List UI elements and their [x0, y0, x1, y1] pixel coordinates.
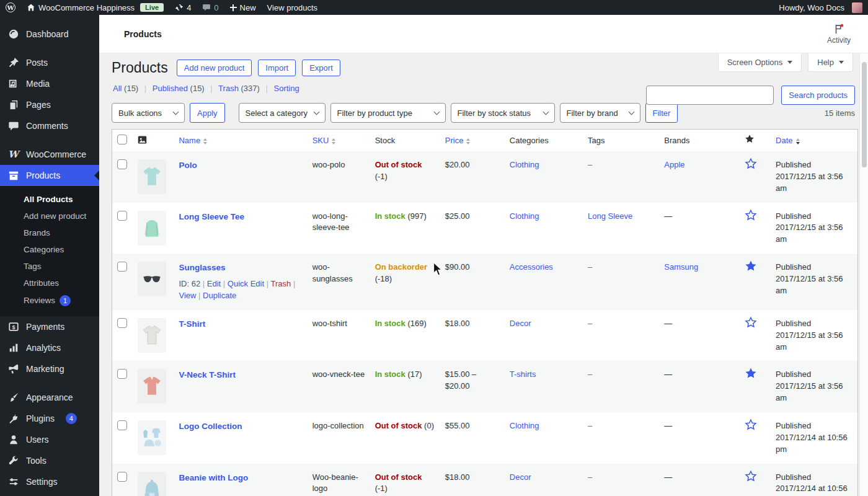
- category-link[interactable]: Clothing: [510, 421, 539, 430]
- category-filter-select[interactable]: Select a category: [239, 103, 326, 123]
- stock-status-filter-select[interactable]: Filter by stock status: [451, 103, 555, 123]
- import-button[interactable]: Import: [258, 60, 296, 76]
- new-menu[interactable]: New: [224, 0, 262, 15]
- sidebar-item-plugins[interactable]: Plugins 4: [0, 408, 99, 429]
- search-products-button[interactable]: Search products: [781, 86, 855, 105]
- view-sorting-link[interactable]: Sorting: [273, 84, 299, 93]
- product-type-filter-select[interactable]: Filter by product type: [330, 103, 446, 123]
- product-name-link[interactable]: T-Shirt: [179, 319, 205, 329]
- star-outline-icon[interactable]: [745, 157, 757, 170]
- view-published-link[interactable]: Published: [153, 84, 188, 93]
- product-thumbnail[interactable]: [138, 262, 166, 296]
- product-name-link[interactable]: Long Sleeve Tee: [179, 212, 244, 221]
- column-header-date[interactable]: Date: [771, 130, 857, 152]
- sidebar-item-settings[interactable]: Settings: [0, 471, 99, 492]
- submenu-brands[interactable]: Brands: [0, 224, 99, 241]
- product-thumbnail[interactable]: [138, 369, 166, 404]
- sidebar-item-analytics[interactable]: Analytics: [0, 337, 99, 358]
- row-checkbox[interactable]: [117, 159, 127, 169]
- product-thumbnail[interactable]: [138, 318, 166, 353]
- help-tab[interactable]: Help: [808, 53, 853, 72]
- comments-menu[interactable]: 0: [197, 0, 224, 15]
- submenu-add-new-product[interactable]: Add new product: [0, 208, 99, 224]
- row-checkbox[interactable]: [117, 262, 127, 272]
- site-name-menu[interactable]: WooCommerce Happiness Live: [21, 0, 169, 15]
- product-thumbnail[interactable]: [138, 472, 166, 496]
- product-thumbnail[interactable]: [138, 420, 166, 455]
- bulk-actions-select[interactable]: Bulk actions: [112, 103, 185, 123]
- sidebar-item-marketing[interactable]: Marketing: [0, 358, 99, 379]
- row-checkbox[interactable]: [117, 472, 127, 482]
- category-link[interactable]: Accessories: [510, 262, 553, 272]
- view-products-menu[interactable]: View products: [262, 0, 323, 15]
- view-action[interactable]: View: [179, 291, 196, 300]
- sidebar-item-payments[interactable]: $ Payments: [0, 316, 99, 337]
- sidebar-item-products[interactable]: Products: [0, 165, 99, 186]
- tag-link[interactable]: Long Sleeve: [588, 211, 632, 221]
- howdy-account-menu[interactable]: Howdy, Woo Docs: [773, 0, 868, 15]
- column-header-name[interactable]: Name: [174, 130, 307, 152]
- screen-options-tab[interactable]: Screen Options: [718, 53, 802, 72]
- row-checkbox[interactable]: [117, 369, 127, 379]
- category-link[interactable]: Clothing: [510, 160, 539, 169]
- submenu-categories[interactable]: Categories: [0, 241, 99, 258]
- brand-link[interactable]: Samsung: [664, 262, 698, 272]
- table-row: Logo Collection logo-collection Out of s…: [112, 412, 858, 464]
- brand-filter-select[interactable]: Filter by brand: [560, 103, 640, 123]
- duplicate-action[interactable]: Duplicate: [203, 291, 236, 300]
- product-name-link[interactable]: Beanie with Logo: [179, 473, 248, 482]
- sidebar-item-dashboard[interactable]: Dashboard: [0, 24, 99, 45]
- column-header-sku[interactable]: SKU: [308, 130, 370, 152]
- sidebar-item-woocommerce[interactable]: W WooCommerce: [0, 144, 99, 165]
- brand-link[interactable]: Apple: [664, 160, 684, 169]
- select-all-checkbox[interactable]: [117, 135, 127, 144]
- sidebar-item-users[interactable]: Users: [0, 429, 99, 450]
- view-trash-link[interactable]: Trash: [218, 84, 239, 93]
- submenu-reviews[interactable]: Reviews1: [0, 291, 99, 310]
- category-link[interactable]: T-shirts: [510, 370, 536, 379]
- trash-action[interactable]: Trash: [271, 279, 291, 288]
- category-link[interactable]: Decor: [510, 472, 531, 482]
- star-outline-icon[interactable]: [745, 316, 757, 329]
- sidebar-item-comments[interactable]: Comments: [0, 115, 99, 136]
- star-outline-icon[interactable]: [745, 470, 757, 482]
- product-name-link[interactable]: Polo: [179, 161, 197, 170]
- quick-edit-action[interactable]: Quick Edit: [228, 279, 264, 288]
- edit-action[interactable]: Edit: [207, 279, 221, 288]
- row-checkbox[interactable]: [117, 318, 127, 328]
- sidebar-item-tools[interactable]: Tools: [0, 450, 99, 471]
- scrollbar-thumb[interactable]: [862, 62, 867, 167]
- sidebar-item-media[interactable]: Media: [0, 73, 99, 94]
- star-filled-icon[interactable]: [745, 367, 757, 379]
- product-name-link[interactable]: Logo Collection: [179, 422, 242, 431]
- category-link[interactable]: Decor: [510, 319, 531, 328]
- vertical-scrollbar[interactable]: [859, 53, 868, 496]
- sort-icon: [466, 138, 470, 144]
- filter-button[interactable]: Filter: [645, 103, 678, 123]
- row-checkbox[interactable]: [117, 211, 127, 221]
- column-header-price[interactable]: Price: [440, 130, 505, 152]
- product-thumbnail[interactable]: [138, 159, 166, 194]
- updates-menu[interactable]: 4: [169, 0, 197, 15]
- star-filled-icon[interactable]: [745, 260, 757, 272]
- sidebar-item-pages[interactable]: Pages: [0, 94, 99, 115]
- submenu-tags[interactable]: Tags: [0, 258, 99, 275]
- category-link[interactable]: Clothing: [510, 211, 539, 221]
- star-outline-icon[interactable]: [745, 209, 757, 221]
- submenu-attributes[interactable]: Attributes: [0, 275, 99, 291]
- product-name-link[interactable]: Sunglasses: [179, 263, 225, 272]
- product-name-link[interactable]: V-Neck T-Shirt: [179, 370, 236, 379]
- row-checkbox[interactable]: [117, 420, 127, 430]
- apply-button[interactable]: Apply: [190, 103, 225, 123]
- view-all-link[interactable]: All: [113, 84, 122, 93]
- submenu-all-products[interactable]: All Products: [0, 191, 99, 208]
- activity-button[interactable]: Activity: [827, 24, 851, 45]
- export-button[interactable]: Export: [302, 60, 340, 76]
- search-input[interactable]: [646, 86, 774, 105]
- star-outline-icon[interactable]: [745, 418, 757, 431]
- sidebar-item-posts[interactable]: Posts: [0, 52, 99, 73]
- sidebar-item-appearance[interactable]: Appearance: [0, 387, 99, 408]
- wordpress-logo-menu[interactable]: W: [0, 0, 21, 15]
- add-new-product-button[interactable]: Add new product: [177, 60, 252, 76]
- product-thumbnail[interactable]: [138, 211, 166, 246]
